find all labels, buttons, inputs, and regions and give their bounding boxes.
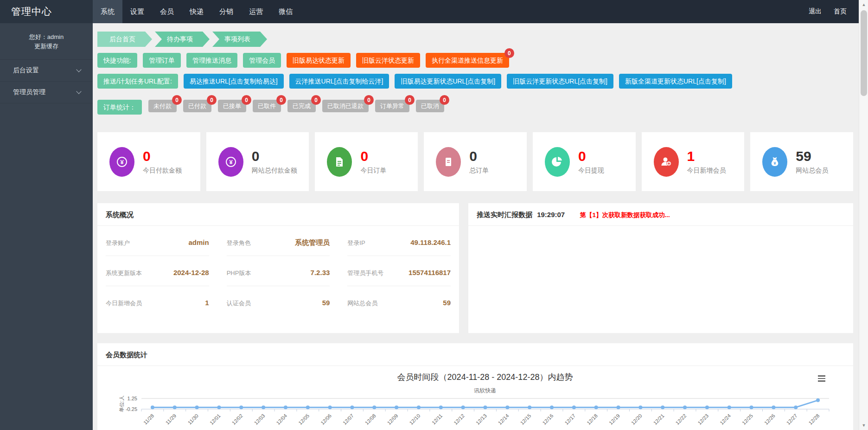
list-icon bbox=[436, 147, 461, 177]
svg-text:讯软快递: 讯软快递 bbox=[474, 387, 496, 394]
stat-card-label: 总订单 bbox=[469, 167, 489, 175]
nav-item-设置[interactable]: 设置 bbox=[122, 0, 152, 23]
svg-text:12/25: 12/25 bbox=[741, 413, 754, 426]
stat-card-value: 0 bbox=[360, 149, 386, 164]
breadcrumb-home[interactable]: 后台首页 bbox=[97, 32, 152, 47]
svg-text:12/12: 12/12 bbox=[453, 413, 466, 426]
scrollbar-thumb[interactable] bbox=[861, 10, 867, 96]
overview-value: 59 bbox=[322, 299, 330, 307]
action-button-旧版云洋状态更新[interactable]: 旧版云洋状态更新 bbox=[356, 53, 420, 68]
order-status-已完成[interactable]: 已完成0 bbox=[287, 100, 316, 112]
svg-text:12/07: 12/07 bbox=[342, 413, 355, 426]
overview-cell-今日新增会员: 今日新增会员1 bbox=[106, 286, 209, 316]
overview-value: 1 bbox=[205, 299, 209, 307]
panels-row: 系统概况 登录账户admin登录角色系统管理员登录IP49.118.246.1系… bbox=[97, 203, 853, 333]
logout-link[interactable]: 退出 bbox=[809, 7, 822, 16]
overview-cell-系统更新版本: 系统更新版本2024-12-28 bbox=[106, 256, 209, 286]
svg-text:12/22: 12/22 bbox=[675, 413, 688, 426]
copy-url-button-旧版易达更新状态URL[点击复制][interactable]: 旧版易达更新状态URL[点击复制] bbox=[395, 74, 501, 89]
user-plus-icon bbox=[654, 147, 679, 177]
scroll-up-icon[interactable]: ▲ bbox=[859, 0, 868, 9]
stat-card-text: 59网站总会员 bbox=[796, 149, 828, 175]
scroll-down-icon[interactable]: ▼ bbox=[859, 421, 868, 430]
stat-card-text: 0今日提现 bbox=[578, 149, 604, 175]
sidebar-item-管理员管理[interactable]: 管理员管理 bbox=[0, 82, 93, 103]
order-status-已取件[interactable]: 已取件0 bbox=[253, 100, 281, 112]
refresh-cache-link[interactable]: 更新缓存 bbox=[34, 43, 58, 50]
svg-text:12/28: 12/28 bbox=[808, 413, 821, 426]
svg-text:12/14: 12/14 bbox=[497, 413, 510, 426]
nav-item-分销[interactable]: 分销 bbox=[211, 0, 241, 23]
copy-url-button-新版全渠道更新状态URL[点击复制][interactable]: 新版全渠道更新状态URL[点击复制] bbox=[619, 74, 732, 89]
main-nav: 系统设置会员快递分销运营微信 bbox=[93, 0, 300, 23]
breadcrumb-list[interactable]: 事项列表 bbox=[212, 32, 267, 47]
copy-url-button-易达推送URL[点击复制给易达][interactable]: 易达推送URL[点击复制给易达] bbox=[184, 74, 284, 89]
nav-item-微信[interactable]: 微信 bbox=[271, 0, 300, 23]
overview-cell-PHP版本: PHP版本7.2.33 bbox=[227, 256, 330, 286]
sidebar-item-后台设置[interactable]: 后台设置 bbox=[0, 60, 93, 82]
overview-cell-登录账户: 登录账户admin bbox=[106, 226, 209, 256]
count-badge: 0 bbox=[276, 95, 286, 105]
file-icon bbox=[327, 147, 352, 177]
svg-text:12/01: 12/01 bbox=[209, 413, 222, 426]
quick-button-管理会员[interactable]: 管理会员 bbox=[243, 53, 281, 68]
svg-text:12/08: 12/08 bbox=[364, 413, 377, 426]
overview-value: 7.2.33 bbox=[311, 269, 330, 276]
chevron-down-icon bbox=[76, 89, 81, 94]
breadcrumb-todo[interactable]: 待办事项 bbox=[155, 32, 210, 47]
quick-button-管理推送消息[interactable]: 管理推送消息 bbox=[186, 53, 237, 68]
svg-text:12/21: 12/21 bbox=[652, 413, 665, 426]
stat-card-text: 0网站总付款金额 bbox=[252, 149, 297, 175]
stat-card-网站总会员: ¥59网站总会员 bbox=[750, 132, 853, 191]
sidebar-item-label: 管理员管理 bbox=[13, 88, 45, 96]
svg-text:11/28: 11/28 bbox=[142, 413, 155, 425]
nav-item-会员[interactable]: 会员 bbox=[152, 0, 182, 23]
stat-card-label: 今日付款金额 bbox=[143, 167, 182, 175]
overview-cell-认证会员: 认证会员59 bbox=[227, 286, 330, 316]
copy-url-button-云洋推送URL[点击复制给云洋][interactable]: 云洋推送URL[点击复制给云洋] bbox=[289, 74, 389, 89]
breadcrumb: 后台首页 待办事项 事项列表 bbox=[97, 32, 853, 47]
svg-text:12/13: 12/13 bbox=[475, 413, 488, 426]
svg-text:12/19: 12/19 bbox=[608, 413, 621, 426]
count-badge: 0 bbox=[364, 95, 374, 105]
svg-text:¥: ¥ bbox=[229, 159, 233, 166]
page-scrollbar[interactable]: ▲ ▼ bbox=[859, 0, 868, 430]
svg-text:12/15: 12/15 bbox=[519, 413, 532, 426]
overview-label: 登录角色 bbox=[227, 239, 251, 247]
nav-item-快递[interactable]: 快递 bbox=[182, 0, 211, 23]
chevron-down-icon bbox=[76, 67, 81, 72]
sidebar-menu: 后台设置管理员管理 bbox=[0, 60, 93, 103]
svg-text:12/23: 12/23 bbox=[696, 413, 709, 426]
action-button-执行全渠道推送信息更新[interactable]: 执行全渠道推送信息更新0 bbox=[426, 53, 509, 68]
svg-text:12/26: 12/26 bbox=[763, 413, 776, 426]
stat-cards-row: ¥0今日付款金额¥0网站总付款金额0今日订单0总订单0今日提现1今日新增会员¥5… bbox=[97, 132, 853, 191]
overview-label: 系统更新版本 bbox=[106, 269, 142, 277]
svg-text:¥: ¥ bbox=[774, 160, 776, 165]
order-status-已接单[interactable]: 已接单0 bbox=[218, 100, 246, 112]
order-status-已付款[interactable]: 已付款0 bbox=[183, 100, 211, 112]
order-status-未付款[interactable]: 未付款0 bbox=[148, 100, 177, 112]
order-status-订单异常[interactable]: 订单异常0 bbox=[375, 100, 409, 112]
order-status-已取消已退款[interactable]: 已取消已退款0 bbox=[322, 100, 369, 112]
push-report-title: 推送实时汇报数据 bbox=[477, 211, 532, 218]
quick-button-管理订单[interactable]: 管理订单 bbox=[143, 53, 181, 68]
push-report-message: 第【1】次获取新数据获取成功... bbox=[580, 212, 670, 218]
count-badge: 0 bbox=[405, 95, 415, 105]
stat-card-label: 今日订单 bbox=[360, 167, 386, 175]
coin-icon: ¥ bbox=[218, 147, 243, 177]
order-status-已取消[interactable]: 已取消0 bbox=[416, 100, 444, 112]
overview-cell-管理员手机号: 管理员手机号15574116817 bbox=[347, 256, 451, 286]
svg-text:12/02: 12/02 bbox=[231, 413, 244, 426]
home-link[interactable]: 首页 bbox=[834, 7, 847, 16]
action-button-旧版易达状态更新[interactable]: 旧版易达状态更新 bbox=[287, 53, 351, 68]
stat-card-value: 0 bbox=[469, 149, 489, 164]
copy-url-button-旧版云洋更新状态URL[点击复制][interactable]: 旧版云洋更新状态URL[点击复制] bbox=[507, 74, 613, 89]
chart-menu-icon[interactable] bbox=[816, 373, 827, 384]
overview-label: 登录账户 bbox=[106, 239, 130, 247]
overview-value: 15574116817 bbox=[408, 269, 451, 276]
overview-label: PHP版本 bbox=[227, 269, 251, 277]
nav-item-系统[interactable]: 系统 bbox=[93, 0, 122, 23]
coin-icon: ¥ bbox=[109, 147, 134, 177]
svg-text:1.25: 1.25 bbox=[128, 396, 137, 401]
nav-item-运营[interactable]: 运营 bbox=[241, 0, 271, 23]
